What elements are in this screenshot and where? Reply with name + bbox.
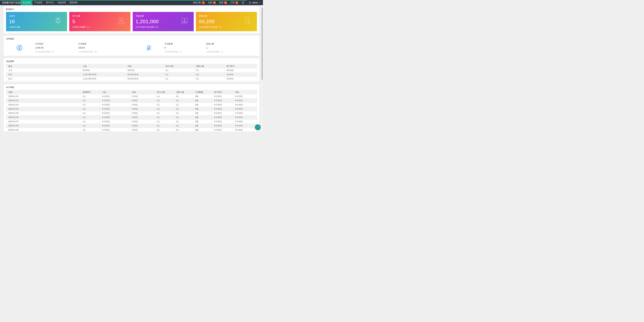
table-cell: 0人	[81, 99, 100, 103]
table-cell: ¥ 0.00元	[100, 111, 130, 115]
yen-circle-icon	[16, 45, 23, 51]
table-cell: 0条	[193, 115, 212, 120]
online-count-label: 在线人数	[193, 1, 201, 4]
table-cell: 0条	[193, 111, 212, 115]
table-cell: 本月	[6, 73, 81, 77]
table-cell: ¥ 0.00元	[100, 94, 130, 99]
refresh-button[interactable]	[240, 0, 246, 5]
table-cell: ¥0.00元	[81, 68, 126, 73]
table-cell: 0条	[193, 103, 212, 107]
table-cell: 2026-01-09	[6, 128, 81, 132]
table-cell: 2026-01-03	[6, 103, 81, 107]
detail-panel: 本月明细 日期新增用户入款出款首冲人数活跃人数订单数量客户盈亏流水2026-01…	[4, 84, 259, 131]
table-cell: 0条	[193, 107, 212, 111]
order-label: 订单	[230, 1, 234, 4]
table-cell: 0人	[81, 124, 100, 128]
recharge-count-button[interactable]: 充值 0	[206, 0, 218, 5]
table-cell: 0人	[174, 111, 193, 115]
svg-text:?: ?	[246, 19, 248, 22]
table-cell: 上月	[6, 68, 81, 73]
sound-float-button[interactable]	[255, 124, 260, 130]
profit-card: 总盈亏 16 当前盈亏总数	[6, 12, 67, 31]
withdraw-count-button[interactable]: 提现 0	[217, 0, 228, 5]
table-cell: 0人	[155, 124, 174, 128]
menu-item-system[interactable]: 系统管理	[68, 0, 79, 5]
order-count-button[interactable]: 订单 0	[228, 0, 240, 5]
menu-item-dashboard[interactable]: 后台首页	[21, 0, 32, 5]
column-header: 入款	[100, 90, 130, 94]
user-menu[interactable]: admin	[246, 0, 263, 5]
today-recharge-label: 今日充值	[35, 43, 78, 45]
table-cell: ¥0.00元	[224, 68, 257, 73]
report-panel: 综合报表 备注入款出款首冲人数活跃人数客户盈亏上月¥0.00元¥0.00元0人0…	[4, 58, 259, 82]
detail-panel-title: 本月明细	[4, 84, 259, 90]
table-cell: 2026-01-04	[6, 107, 81, 111]
realtime-panel-title: 实时概况	[4, 36, 259, 42]
column-header: 首冲人数	[155, 90, 174, 94]
table-cell: 0.00元	[130, 111, 155, 115]
table-cell: ¥ 0.00元	[212, 99, 233, 103]
online-users-value: 1	[206, 47, 257, 49]
table-cell: ¥ 0.00元	[212, 111, 233, 115]
table-cell: ¥ 0.00元	[100, 120, 130, 124]
table-cell: ¥ 0.00元	[233, 120, 257, 124]
refresh-icon	[242, 2, 244, 4]
menu-item-products[interactable]: 产品管理	[32, 0, 44, 5]
table-cell: ¥ 0.00元	[233, 103, 257, 107]
table-cell: 0人	[174, 120, 193, 124]
column-header: 新增用户	[81, 90, 100, 94]
today-withdraw-stat: 今日提现 200.00 今日提现成功金额（元）	[78, 43, 146, 53]
total-users-card-desc: 当前用户总数量（人）	[72, 26, 127, 28]
table-row: 2026-01-020人¥ 0.00元0.00元0人0人0条¥ 0.00元¥ 0…	[6, 99, 257, 103]
table-cell: 0人	[81, 103, 100, 107]
navbar-right: 在线人数 1 充值 0 提现 0 订单 0 admin	[191, 0, 263, 5]
online-count-button[interactable]: 在线人数 1	[191, 0, 206, 5]
realtime-panel: 实时概况 今日充值 1,000.00 今日充值成功金额（元） 今日提现 200.…	[4, 36, 259, 56]
table-cell: 0条	[193, 99, 212, 103]
menu-item-info[interactable]: 信息管理	[56, 0, 68, 5]
main-menu: 后台首页 产品管理 用户中心 信息管理 系统管理	[21, 0, 79, 5]
table-cell: ¥ 0.00元	[100, 103, 130, 107]
layers-icon	[54, 17, 62, 24]
table-cell: 0人	[174, 99, 193, 103]
scrollbar-thumb[interactable]	[262, 8, 262, 80]
table-row: 2026-01-070人¥ 0.00元0.00元0人0人0条¥ 0.00元¥ 0…	[6, 120, 257, 124]
table-cell: 0.00元	[130, 120, 155, 124]
table-cell: ¥ 0.00元	[100, 99, 130, 103]
table-cell: 50,200.00元	[126, 73, 163, 77]
online-users-label: 在线人数	[206, 43, 257, 45]
column-header: 备注	[6, 64, 81, 68]
total-withdraw-card-desc: 已完成提现订单总金额（元）	[199, 26, 254, 28]
menu-item-users[interactable]: 用户中心	[44, 0, 56, 5]
table-cell: ¥ 0.00元	[212, 103, 233, 107]
table-cell: 50,200.00元	[126, 77, 163, 81]
user-icon	[117, 17, 125, 25]
table-row: 总计1,201,000.00元50,200.00元2人0人16.00元	[6, 77, 257, 81]
table-row: 2026-01-030人¥ 0.00元0.00元0人0人0条¥ 0.00元¥ 0…	[6, 103, 257, 107]
table-cell: ¥ 0.00元	[100, 124, 130, 128]
username: admin	[252, 2, 258, 4]
online-count-badge: 1	[202, 2, 204, 4]
table-cell: 0条	[193, 128, 212, 132]
table-cell: 0.00元	[130, 103, 155, 107]
realtime-row: 今日充值 1,000.00 今日充值成功金额（元） 今日提现 200.00 今日…	[4, 42, 259, 56]
table-cell: 0.00元	[130, 99, 155, 103]
order-badge: 0	[236, 2, 238, 4]
table-cell: 0人	[174, 124, 193, 128]
user-avatar-icon	[249, 1, 251, 4]
table-cell: 2026-01-01	[6, 94, 81, 99]
table-row: 2026-01-090人¥ 0.00元0.00元0人0人0条¥ 0.00元¥ 0…	[6, 128, 257, 132]
table-cell: 0人	[174, 128, 193, 132]
report-table: 备注入款出款首冲人数活跃人数客户盈亏上月¥0.00元¥0.00元0人0人¥0.0…	[6, 64, 257, 81]
column-header: 流水	[233, 90, 257, 94]
scrollbar-track	[261, 5, 263, 131]
column-header: 订单数量	[193, 90, 212, 94]
table-cell: 0人	[155, 111, 174, 115]
table-row: 2026-01-050人¥ 0.00元0.00元0人0人0条¥ 0.00元¥ 0…	[6, 111, 257, 115]
table-cell: 0人	[155, 120, 174, 124]
table-cell: 2026-01-08	[6, 124, 81, 128]
table-cell: 2人	[163, 77, 194, 81]
table-cell: 0人	[155, 128, 174, 132]
table-cell: 0人	[174, 107, 193, 111]
table-cell: 0人	[81, 107, 100, 111]
